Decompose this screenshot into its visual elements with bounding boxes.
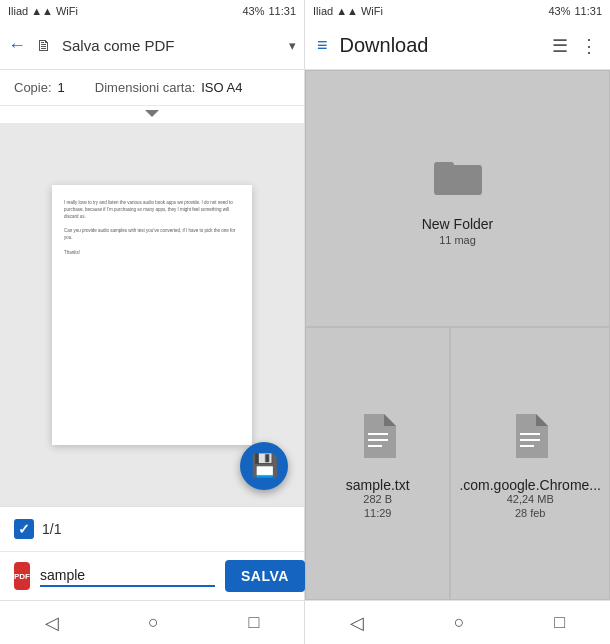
left-home-nav-icon[interactable]: ○ <box>148 612 159 633</box>
chrome-file-size: 42,24 MB <box>507 493 554 505</box>
right-toolbar: ≡ Download ☰ ⋮ <box>305 22 610 70</box>
folder-date: 11 mag <box>439 234 476 246</box>
expand-options[interactable] <box>0 106 304 123</box>
page-checkbox[interactable]: ✓ <box>14 519 34 539</box>
left-time: 11:31 <box>268 5 296 17</box>
left-wifi-icon: WiFi <box>56 5 78 17</box>
page-label: 1/1 <box>42 521 61 537</box>
right-recents-nav-icon[interactable]: □ <box>554 612 565 633</box>
page-selector-area: ✓ 1/1 <box>0 506 304 551</box>
txt-file-name: sample.txt <box>346 477 410 493</box>
filename-input[interactable] <box>40 565 215 587</box>
print-options: Copie: 1 Dimensioni carta: ISO A4 <box>0 70 304 106</box>
hamburger-menu-icon[interactable]: ≡ <box>317 35 328 56</box>
txt-file-size: 282 B <box>363 493 392 505</box>
save-button[interactable]: SALVA <box>225 560 305 592</box>
download-title: Download <box>340 34 540 57</box>
pdf-icon: PDF <box>14 562 30 590</box>
pdf-label: PDF <box>14 572 30 581</box>
chrome-file-name: .com.google.Chrome... <box>459 477 601 493</box>
right-wifi-icon: WiFi <box>361 5 383 17</box>
chrome-doc-svg <box>512 414 548 458</box>
preview-area: I really love to try and listen the vari… <box>0 123 304 506</box>
paper-value: ISO A4 <box>201 80 242 95</box>
left-nav-bar: ◁ ○ □ <box>0 600 304 644</box>
right-signal-icon: ▲▲ <box>336 5 358 17</box>
right-home-nav-icon[interactable]: ○ <box>454 612 465 633</box>
copies-label: Copie: <box>14 80 52 95</box>
left-recents-nav-icon[interactable]: □ <box>248 612 259 633</box>
left-panel: Iliad ▲▲ WiFi 43% 11:31 ← 🗎 Salva come P… <box>0 0 305 644</box>
chevron-down-icon <box>145 110 159 117</box>
left-toolbar: ← 🗎 Salva come PDF ▾ <box>0 22 304 70</box>
preview-page: I really love to try and listen the vari… <box>52 185 252 445</box>
folder-icon <box>434 157 482 206</box>
more-options-icon[interactable]: ⋮ <box>580 35 598 57</box>
right-status-left: Iliad ▲▲ WiFi <box>313 5 383 17</box>
copies-option: Copie: 1 <box>14 80 65 95</box>
back-button[interactable]: ← <box>8 35 26 56</box>
folder-svg <box>434 157 482 197</box>
left-battery: 43% <box>242 5 264 17</box>
chrome-file-icon <box>512 414 548 467</box>
save-icon: 💾 <box>251 453 278 479</box>
txt-doc-svg <box>360 414 396 458</box>
paper-option: Dimensioni carta: ISO A4 <box>95 80 243 95</box>
right-nav-bar: ◁ ○ □ <box>305 600 610 644</box>
right-carrier: Iliad <box>313 5 333 17</box>
paper-label: Dimensioni carta: <box>95 80 195 95</box>
txt-file-date: 11:29 <box>364 507 392 519</box>
right-panel: Iliad ▲▲ WiFi 43% 11:31 ≡ Download ☰ ⋮ N… <box>305 0 610 644</box>
file-item-txt[interactable]: sample.txt 282 B 11:29 <box>305 327 450 600</box>
toolbar-title: Salva come PDF <box>62 37 279 54</box>
right-battery: 43% <box>548 5 570 17</box>
save-bar: PDF SALVA <box>0 551 304 600</box>
left-status-right: 43% 11:31 <box>242 5 296 17</box>
folder-item[interactable]: New Folder 11 mag <box>305 70 610 327</box>
save-pdf-icon: 🗎 <box>36 37 52 55</box>
chrome-file-date: 28 feb <box>515 507 546 519</box>
right-status-bar: Iliad ▲▲ WiFi 43% 11:31 <box>305 0 610 22</box>
right-status-right: 43% 11:31 <box>548 5 602 17</box>
copies-value: 1 <box>58 80 65 95</box>
left-carrier: Iliad <box>8 5 28 17</box>
list-view-icon[interactable]: ☰ <box>552 35 568 57</box>
left-status-bar: Iliad ▲▲ WiFi 43% 11:31 <box>0 0 304 22</box>
right-time: 11:31 <box>574 5 602 17</box>
txt-file-icon <box>360 414 396 467</box>
folder-name: New Folder <box>422 216 494 232</box>
checkmark-icon: ✓ <box>18 521 30 537</box>
dropdown-arrow-icon[interactable]: ▾ <box>289 38 296 53</box>
left-signal-icon: ▲▲ <box>31 5 53 17</box>
fab-save-button[interactable]: 💾 <box>240 442 288 490</box>
preview-text: I really love to try and listen the vari… <box>64 199 240 257</box>
file-item-chrome[interactable]: .com.google.Chrome... 42,24 MB 28 feb <box>450 327 610 600</box>
left-status-left: Iliad ▲▲ WiFi <box>8 5 78 17</box>
right-back-nav-icon[interactable]: ◁ <box>350 612 364 634</box>
file-grid: New Folder 11 mag sample.txt 282 B 11:29 <box>305 70 610 600</box>
svg-rect-1 <box>434 162 454 170</box>
left-back-nav-icon[interactable]: ◁ <box>45 612 59 634</box>
